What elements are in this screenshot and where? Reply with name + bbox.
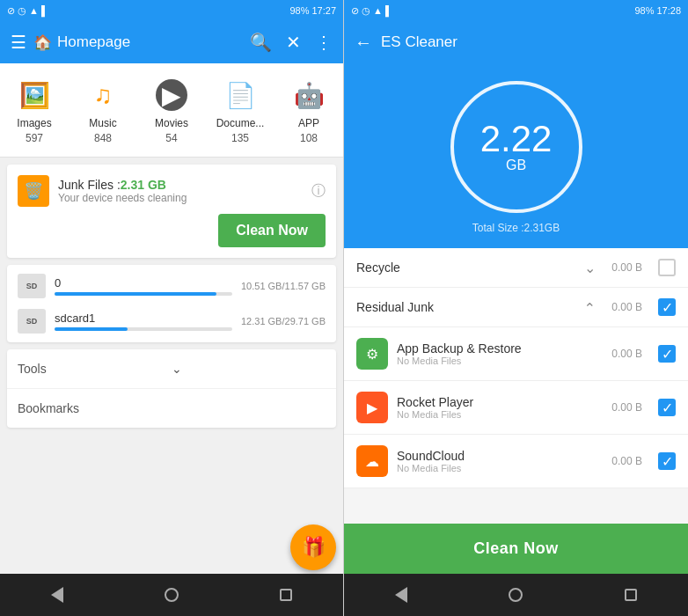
app-backup-icon: ⚙ (356, 338, 388, 370)
circle-size-value: 2.22 (480, 121, 553, 158)
time-label: 17:27 (311, 5, 336, 16)
storage-bar-1 (55, 327, 128, 331)
storage-size-1: 12.31 GB/29.71 GB (241, 316, 326, 326)
movies-label: Movies (155, 117, 188, 129)
recycle-size: 0.00 B (611, 261, 642, 274)
tools-chevron-icon: ⌄ (172, 362, 326, 376)
rocket-player-size: 0.00 B (611, 401, 642, 414)
close-icon[interactable]: ✕ (286, 32, 301, 53)
clean-now-button-right[interactable]: Clean Now (344, 524, 688, 574)
documents-icon: 📄 (225, 81, 256, 110)
home-icon: 🏠 (33, 33, 52, 52)
right-home-nav-button[interactable] (498, 577, 533, 612)
app-count: 108 (300, 132, 318, 144)
category-movies[interactable]: ▶ Movies 54 (137, 70, 206, 150)
left-status-bar: ⊘ ◷ ▲ ▌ 98% 17:27 (0, 0, 343, 21)
category-images[interactable]: 🖼️ Images 597 (0, 70, 69, 150)
recycle-checkbox[interactable] (658, 259, 676, 276)
back-nav-button[interactable] (40, 577, 75, 612)
tools-label: Tools (18, 362, 172, 376)
right-bottom-nav (344, 574, 688, 616)
tools-row[interactable]: Tools ⌄ (7, 349, 336, 389)
home-circle-icon (165, 588, 179, 602)
right-back-nav-button[interactable] (384, 577, 419, 612)
more-icon[interactable]: ⋮ (315, 32, 333, 53)
junk-card: 🗑️ Junk Files :2.31 GB Your device needs… (7, 165, 336, 258)
signal-icon: ▌ (41, 5, 48, 16)
tools-bookmarks-section: Tools ⌄ Bookmarks (7, 349, 336, 428)
app-icon-wrap: 🤖 (289, 76, 328, 114)
junk-text: Junk Files :2.31 GB Your device needs cl… (58, 178, 303, 204)
residual-junk-chevron-icon[interactable]: ⌄ (584, 299, 596, 316)
residual-junk-label: Residual Junk (356, 300, 575, 314)
search-icon[interactable]: 🔍 (250, 32, 272, 53)
info-icon[interactable]: ⓘ (311, 182, 326, 201)
cleaner-list: Recycle ⌄ 0.00 B Residual Junk ⌄ 0.00 B … (344, 248, 688, 524)
gift-fab[interactable]: 🎁 (290, 524, 336, 570)
app-backup-label: App Backup & Restore No Media Files (397, 341, 603, 366)
recents-nav-button[interactable] (268, 577, 304, 612)
rocket-player-label: Rocket Player No Media Files (397, 395, 603, 420)
movies-icon: ▶ (156, 79, 187, 111)
home-nav-button[interactable] (154, 577, 189, 612)
back-triangle-icon (51, 587, 63, 603)
app-backup-checkbox[interactable]: ✓ (658, 345, 676, 363)
storage-item-0[interactable]: SD 0 10.51 GB/11.57 GB (18, 274, 326, 298)
right-clock-icon: ◷ (362, 5, 370, 17)
soundcloud-label: SoundCloud No Media Files (397, 449, 603, 473)
storage-name-0: 0 (55, 276, 232, 290)
rocket-player-checkbox[interactable]: ✓ (658, 399, 676, 416)
left-status-left-icons: ⊘ ◷ ▲ ▌ (7, 5, 48, 17)
left-bottom-nav (0, 574, 343, 616)
android-icon: ⊘ (7, 5, 15, 17)
right-wifi-icon: ▲ (373, 5, 383, 16)
right-android-icon: ⊘ (351, 5, 359, 17)
bookmarks-row[interactable]: Bookmarks (7, 389, 336, 428)
right-recents-nav-button[interactable] (613, 577, 648, 612)
right-time-label: 17:28 (656, 5, 681, 16)
rocket-player-row[interactable]: ▶ Rocket Player No Media Files 0.00 B ✓ (344, 381, 688, 435)
storage-bar-wrap-1 (55, 327, 232, 331)
residual-junk-checkbox[interactable]: ✓ (658, 298, 676, 316)
storage-info-1: sdcard1 (55, 312, 232, 331)
recycle-chevron-icon[interactable]: ⌄ (584, 260, 596, 276)
junk-header: 🗑️ Junk Files :2.31 GB Your device needs… (18, 175, 326, 207)
junk-title: Junk Files :2.31 GB (58, 178, 303, 192)
storage-section: SD 0 10.51 GB/11.57 GB SD sdcard1 (7, 265, 336, 342)
back-button[interactable]: ← (355, 33, 372, 53)
right-panel: ⊘ ◷ ▲ ▌ 98% 17:28 ← ES Cleaner 2.22 GB T… (344, 0, 688, 616)
recycle-row[interactable]: Recycle ⌄ 0.00 B (344, 248, 688, 288)
documents-icon-wrap: 📄 (221, 76, 260, 114)
circle-size-unit: GB (506, 158, 526, 173)
category-music[interactable]: ♫ Music 848 (69, 70, 137, 150)
categories-bar: 🖼️ Images 597 ♫ Music 848 ▶ Movies (0, 63, 343, 158)
wifi-icon: ▲ (29, 5, 39, 16)
rocket-player-icon: ▶ (356, 392, 388, 423)
residual-junk-row[interactable]: Residual Junk ⌄ 0.00 B ✓ (344, 288, 688, 327)
soundcloud-row[interactable]: ☁ SoundCloud No Media Files 0.00 B ✓ (344, 435, 688, 488)
storage-size-0: 10.51 GB/11.57 GB (241, 281, 326, 291)
bookmarks-label: Bookmarks (18, 401, 326, 415)
images-label: Images (17, 117, 51, 129)
category-app[interactable]: 🤖 APP 108 (274, 70, 343, 150)
left-toolbar: ☰ 🏠 Homepage 🔍 ✕ ⋮ (0, 21, 343, 63)
clock-icon: ◷ (18, 5, 26, 17)
hamburger-icon[interactable]: ☰ (11, 32, 26, 53)
music-label: Music (89, 117, 116, 129)
es-cleaner-title: ES Cleaner (381, 33, 457, 51)
storage-item-1[interactable]: SD sdcard1 12.31 GB/29.71 GB (18, 309, 326, 334)
left-panel: ⊘ ◷ ▲ ▌ 98% 17:27 ☰ 🏠 Homepage 🔍 ✕ ⋮ (0, 0, 344, 616)
category-documents[interactable]: 📄 Docume... 135 (206, 70, 274, 150)
left-scrollable: 🖼️ Images 597 ♫ Music 848 ▶ Movies (0, 63, 343, 574)
music-count: 848 (94, 132, 112, 144)
cleaner-hero: 2.22 GB Total Size :2.31GB (344, 63, 688, 248)
music-icon-wrap: ♫ (84, 76, 122, 114)
images-count: 597 (26, 132, 43, 144)
app-backup-row[interactable]: ⚙ App Backup & Restore No Media Files 0.… (344, 327, 688, 381)
total-size-label: Total Size :2.31GB (472, 222, 560, 234)
storage-bar-wrap-0 (55, 292, 232, 296)
clean-now-button-left[interactable]: Clean Now (218, 214, 326, 247)
battery-label: 98% (289, 5, 309, 16)
soundcloud-checkbox[interactable]: ✓ (658, 452, 676, 470)
right-recents-square-icon (625, 589, 637, 601)
